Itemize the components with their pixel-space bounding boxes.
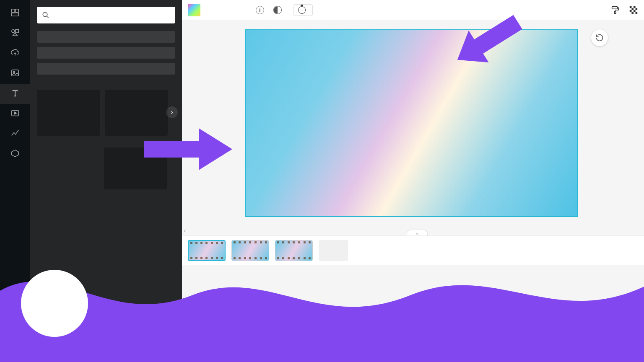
logos-icon (10, 148, 20, 158)
svg-rect-15 (630, 10, 632, 12)
page-thumb-1[interactable] (188, 240, 226, 261)
transparency-icon[interactable] (629, 5, 638, 15)
text-icon (10, 88, 20, 98)
svg-rect-13 (631, 8, 634, 10)
photos-icon (10, 68, 20, 78)
svg-rect-12 (634, 6, 636, 8)
add-body-button[interactable] (37, 63, 175, 75)
recent-next-button[interactable]: › (166, 106, 178, 118)
font-combo-sale[interactable]: ✦ (104, 147, 167, 189)
add-heading-button[interactable] (37, 31, 175, 43)
pages-timeline (182, 235, 644, 265)
svg-rect-0 (12, 9, 15, 12)
svg-rect-11 (630, 6, 632, 8)
add-page-button[interactable] (319, 240, 348, 261)
svg-rect-4 (16, 30, 18, 33)
videos-icon (10, 108, 20, 118)
svg-rect-2 (12, 13, 19, 16)
templates-icon (10, 8, 20, 18)
info-icon[interactable]: i (256, 6, 264, 14)
rail-uploads[interactable] (0, 44, 30, 64)
chevron-right-icon: › (171, 109, 173, 116)
collapse-timeline-handle[interactable]: ⌄ (407, 230, 428, 235)
timer-icon (298, 6, 306, 14)
search-input[interactable] (53, 12, 170, 19)
film-sprockets-top (246, 33, 577, 47)
svg-rect-5 (12, 70, 19, 76)
animate-button[interactable] (273, 6, 284, 14)
elements-icon (10, 28, 20, 38)
rail-logos[interactable] (0, 144, 30, 164)
svg-rect-9 (612, 6, 618, 9)
canvas-toolbar: i (182, 0, 644, 20)
rail-more[interactable] (0, 164, 30, 173)
recent-thumb-dazzle[interactable] (37, 90, 100, 136)
reset-button[interactable] (591, 29, 608, 46)
svg-rect-16 (634, 10, 636, 12)
page-thumb-3[interactable] (275, 240, 313, 261)
svg-rect-18 (636, 12, 638, 14)
svg-point-8 (43, 12, 47, 17)
rail-elements[interactable] (0, 23, 30, 44)
sparkle-icon: ✦ (156, 150, 163, 160)
recent-thumb-cue[interactable] (105, 90, 168, 136)
recent-thumbs: › (37, 90, 175, 136)
charts-icon (10, 128, 20, 138)
step-badge (21, 270, 88, 337)
rail-templates[interactable] (0, 3, 30, 23)
timing-button[interactable] (293, 4, 313, 16)
svg-rect-1 (16, 9, 18, 12)
search-icon (42, 11, 49, 19)
rail-charts[interactable] (0, 124, 30, 144)
add-subheading-button[interactable] (37, 47, 175, 59)
svg-rect-14 (636, 8, 638, 10)
svg-point-6 (13, 71, 15, 73)
svg-rect-10 (614, 11, 616, 13)
search-box[interactable] (37, 7, 175, 23)
paint-roller-icon[interactable] (610, 5, 620, 15)
collapse-panel-handle[interactable]: ‹ (182, 226, 188, 235)
color-picker-button[interactable] (188, 4, 200, 16)
rail-videos[interactable] (0, 104, 30, 124)
page-thumb-2[interactable] (231, 240, 269, 261)
canvas-area (182, 20, 644, 362)
svg-rect-17 (631, 12, 634, 14)
svg-point-3 (12, 30, 15, 33)
canvas-stage[interactable] (246, 30, 577, 216)
rail-text[interactable] (0, 84, 30, 104)
uploads-icon (10, 48, 20, 58)
rail-photos[interactable] (0, 64, 30, 84)
film-sprockets-bottom (246, 199, 577, 214)
animate-icon (273, 6, 282, 14)
